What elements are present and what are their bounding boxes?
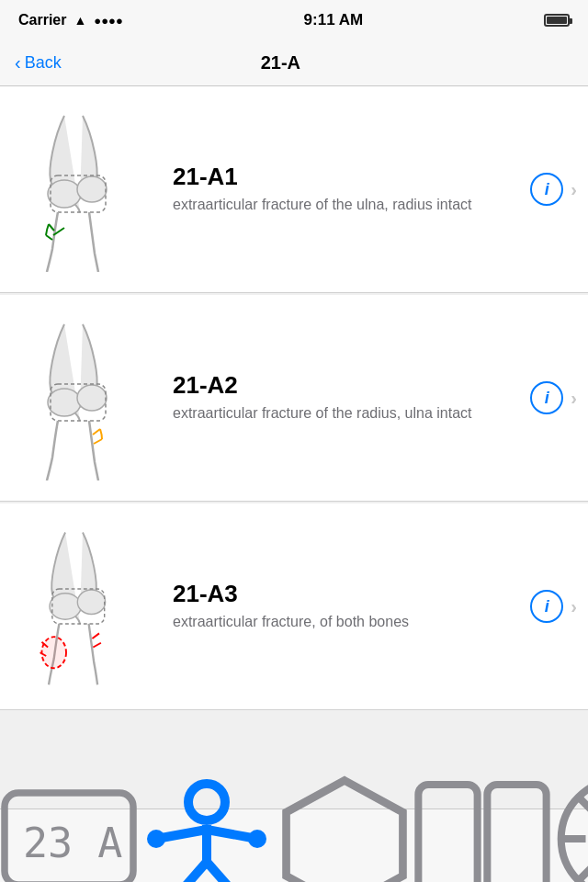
chevron-icon-a2: › xyxy=(571,388,577,409)
chevron-icon-a3: › xyxy=(571,596,577,617)
bone-illustration-a2 xyxy=(0,306,165,490)
tab-cases[interactable]: Cases xyxy=(276,749,413,883)
picker-icon: 23 A 3 xyxy=(0,756,138,883)
wifi-icon: ▲ xyxy=(74,13,86,28)
tab-glossary[interactable]: Glossary xyxy=(413,749,551,883)
info-button-a2[interactable]: i xyxy=(530,381,563,414)
nav-bar: ‹ Back 21-A xyxy=(0,40,588,86)
svg-rect-22 xyxy=(487,785,546,882)
svg-line-19 xyxy=(207,862,239,883)
item-actions-a3: i › xyxy=(530,590,588,623)
item-desc-a2: extraarticular fracture of the radius, u… xyxy=(173,403,523,424)
bone-illustration-a3 xyxy=(0,514,165,698)
info-button-a1[interactable]: i xyxy=(530,173,563,206)
list-item: 21-A1 extraarticular fracture of the uln… xyxy=(0,86,588,293)
carrier-text: Carrier xyxy=(18,12,66,28)
svg-point-6 xyxy=(50,594,81,619)
item-code-a1: 21-A1 xyxy=(173,163,523,191)
item-desc-a3: extraarticular fracture, of both bones xyxy=(173,612,523,632)
list-item: 21-A3 extraarticular fracture, of both b… xyxy=(0,503,588,710)
svg-marker-20 xyxy=(287,780,403,882)
bone-illustration-a1 xyxy=(0,97,165,281)
svg-text:23 A 3: 23 A 3 xyxy=(23,819,138,867)
tab-imprint[interactable]: Imprint xyxy=(551,749,588,883)
tab-bar: 23 A 3 Picker Selector xyxy=(0,808,588,882)
status-right xyxy=(544,14,570,27)
item-code-a3: 21-A3 xyxy=(173,580,523,608)
svg-line-32 xyxy=(578,863,588,880)
svg-point-4 xyxy=(77,385,107,411)
item-text-a3: 21-A3 extraarticular fracture, of both b… xyxy=(165,580,530,632)
svg-line-29 xyxy=(578,797,588,814)
tab-selector[interactable]: Selector xyxy=(138,749,276,883)
item-actions-a1: i › xyxy=(530,173,588,206)
svg-point-3 xyxy=(48,389,81,416)
chevron-icon-a1: › xyxy=(571,179,577,200)
status-left: Carrier ▲ ●●●● xyxy=(18,12,123,28)
item-desc-a1: extraarticular fracture of the ulna, rad… xyxy=(173,195,523,215)
back-chevron-icon: ‹ xyxy=(15,52,21,74)
back-button[interactable]: ‹ Back xyxy=(15,52,62,74)
selector-icon xyxy=(138,756,276,883)
list-item: 21-A2 extraarticular fracture of the rad… xyxy=(0,295,588,502)
svg-point-9 xyxy=(41,637,66,668)
item-actions-a2: i › xyxy=(530,381,588,414)
svg-point-1 xyxy=(77,176,107,202)
content-area: 21-A1 extraarticular fracture of the uln… xyxy=(0,86,588,808)
item-text-a2: 21-A2 extraarticular fracture of the rad… xyxy=(165,371,530,424)
item-code-a2: 21-A2 xyxy=(173,371,523,400)
battery-icon xyxy=(544,14,570,27)
svg-line-18 xyxy=(175,862,207,883)
info-button-a3[interactable]: i xyxy=(530,590,563,623)
svg-point-0 xyxy=(48,180,81,208)
tab-picker[interactable]: 23 A 3 Picker xyxy=(0,749,138,883)
svg-point-23 xyxy=(561,779,588,882)
svg-point-16 xyxy=(248,830,266,848)
back-label: Back xyxy=(25,53,62,73)
signal-bars: ●●●● xyxy=(94,14,122,28)
page-title: 21-A xyxy=(261,52,300,74)
status-bar: Carrier ▲ ●●●● 9:11 AM xyxy=(0,0,588,40)
item-text-a1: 21-A1 extraarticular fracture of the uln… xyxy=(165,163,530,215)
glossary-icon xyxy=(413,756,551,883)
imprint-icon xyxy=(551,756,588,883)
cases-icon xyxy=(276,756,413,883)
status-time: 9:11 AM xyxy=(304,11,364,29)
svg-point-12 xyxy=(188,784,225,820)
svg-rect-21 xyxy=(418,785,477,882)
svg-point-7 xyxy=(77,590,105,615)
svg-point-15 xyxy=(147,830,165,848)
